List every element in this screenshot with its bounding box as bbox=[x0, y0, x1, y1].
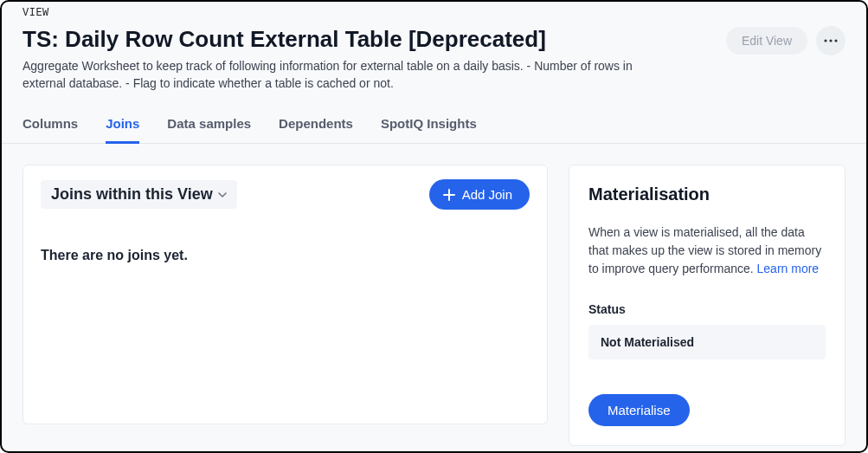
tab-spotiq-insights[interactable]: SpotIQ Insights bbox=[381, 116, 477, 144]
status-value: Not Materialised bbox=[588, 325, 826, 359]
tab-bar: Columns Joins Data samples Dependents Sp… bbox=[2, 116, 866, 144]
svg-point-2 bbox=[834, 39, 837, 42]
joins-scope-label: Joins within this View bbox=[51, 185, 213, 204]
materialisation-title: Materialisation bbox=[588, 184, 826, 204]
materialisation-description: When a view is materialised, all the dat… bbox=[588, 223, 826, 278]
joins-empty-state: There are no joins yet. bbox=[41, 248, 530, 263]
caret-down-icon bbox=[218, 192, 227, 197]
tab-joins[interactable]: Joins bbox=[106, 116, 139, 144]
tab-dependents[interactable]: Dependents bbox=[279, 116, 353, 144]
joins-scope-dropdown[interactable]: Joins within this View bbox=[41, 180, 237, 209]
learn-more-link[interactable]: Learn more bbox=[757, 262, 820, 275]
header-actions: Edit View bbox=[726, 26, 845, 55]
tab-data-samples[interactable]: Data samples bbox=[167, 116, 251, 144]
svg-point-1 bbox=[829, 39, 832, 42]
title-block: TS: Daily Row Count External Table [Depr… bbox=[23, 26, 663, 92]
page-title: TS: Daily Row Count External Table [Depr… bbox=[23, 26, 663, 53]
app-frame: VIEW TS: Daily Row Count External Table … bbox=[0, 0, 868, 453]
plus-icon bbox=[443, 189, 455, 201]
page-description: Aggregate Worksheet to keep track of fol… bbox=[23, 58, 663, 92]
add-join-button[interactable]: Add Join bbox=[429, 179, 530, 210]
materialise-button[interactable]: Materialise bbox=[588, 394, 690, 426]
tab-columns[interactable]: Columns bbox=[23, 116, 78, 144]
content-body: Joins within this View Add Join There ar… bbox=[2, 144, 866, 453]
more-actions-button[interactable] bbox=[816, 26, 845, 55]
title-row: TS: Daily Row Count External Table [Depr… bbox=[23, 26, 845, 92]
joins-panel: Joins within this View Add Join There ar… bbox=[23, 165, 548, 424]
status-label: Status bbox=[588, 302, 826, 316]
edit-view-button[interactable]: Edit View bbox=[726, 27, 807, 55]
svg-point-0 bbox=[824, 39, 826, 42]
add-join-label: Add Join bbox=[462, 187, 512, 202]
eyebrow-label: VIEW bbox=[23, 7, 845, 19]
page-header: VIEW TS: Daily Row Count External Table … bbox=[2, 2, 866, 92]
more-horizontal-icon bbox=[824, 39, 838, 42]
materialisation-panel: Materialisation When a view is materiali… bbox=[569, 165, 845, 446]
joins-panel-header: Joins within this View Add Join bbox=[41, 179, 530, 210]
